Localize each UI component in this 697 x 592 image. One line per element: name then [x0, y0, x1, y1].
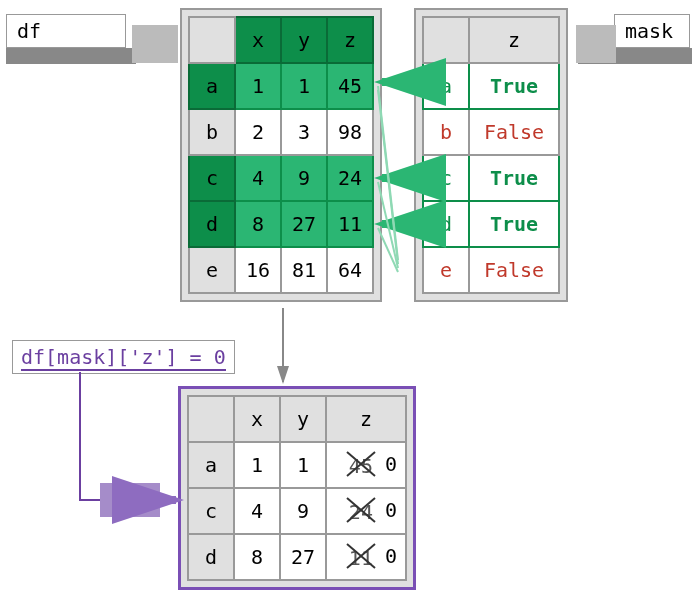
df-cell: 4: [235, 155, 281, 201]
flow-bar-mask-light: [576, 25, 616, 63]
result-col-y: y: [280, 396, 326, 442]
df-corner: [189, 17, 235, 63]
mask-idx: e: [423, 247, 469, 293]
df-cell: 1: [281, 63, 327, 109]
result-idx: a: [188, 442, 234, 488]
result-cell: 27: [280, 534, 326, 580]
mask-table-wrap: z a True b False c True d True e False: [414, 8, 568, 302]
arrow-code-to-result-line: [80, 372, 176, 500]
df-idx-e: e: [189, 247, 235, 293]
df-cell: 27: [281, 201, 327, 247]
df-cell: 24: [327, 155, 373, 201]
code-expression: df[mask]['z'] = 0: [12, 340, 235, 374]
df-cell: 8: [235, 201, 281, 247]
flow-bar-df-light: [132, 25, 178, 63]
df-idx-b: b: [189, 109, 235, 155]
df-cell: 2: [235, 109, 281, 155]
mask-val: True: [469, 63, 559, 109]
df-table: x y z a 1 1 45 b 2 3 98 c 4 9 24 d 8 27 …: [188, 16, 374, 294]
result-table-wrap: x y z a 1 1 450 c 4 9 240 d 8 27 110: [178, 386, 416, 590]
mask-col-z: z: [469, 17, 559, 63]
df-cell: 11: [327, 201, 373, 247]
df-cell: 45: [327, 63, 373, 109]
mask-idx: a: [423, 63, 469, 109]
df-cell: 3: [281, 109, 327, 155]
mask-val: True: [469, 155, 559, 201]
df-col-y: y: [281, 17, 327, 63]
mask-val: True: [469, 201, 559, 247]
result-col-z: z: [326, 396, 406, 442]
new-value: 0: [385, 544, 397, 568]
new-value: 0: [385, 498, 397, 522]
mask-table: z a True b False c True d True e False: [422, 16, 560, 294]
df-table-wrap: x y z a 1 1 45 b 2 3 98 c 4 9 24 d 8 27 …: [180, 8, 382, 302]
df-idx-d: d: [189, 201, 235, 247]
crossed-value: 11: [349, 546, 373, 570]
mask-idx: d: [423, 201, 469, 247]
result-idx: c: [188, 488, 234, 534]
flow-bar-df: [6, 48, 136, 64]
result-cell: 9: [280, 488, 326, 534]
mask-corner: [423, 17, 469, 63]
result-cell: 1: [280, 442, 326, 488]
code-text: df[mask]['z'] = 0: [21, 345, 226, 371]
mask-val: False: [469, 247, 559, 293]
result-col-x: x: [234, 396, 280, 442]
result-cell: 8: [234, 534, 280, 580]
df-cell: 9: [281, 155, 327, 201]
df-label: df: [6, 14, 126, 48]
new-value: 0: [385, 452, 397, 476]
df-cell: 64: [327, 247, 373, 293]
result-cell-z: 110: [326, 534, 406, 580]
df-cell: 81: [281, 247, 327, 293]
crossed-value: 24: [349, 500, 373, 524]
result-table: x y z a 1 1 450 c 4 9 240 d 8 27 110: [187, 395, 407, 581]
result-cell-z: 450: [326, 442, 406, 488]
result-cell: 1: [234, 442, 280, 488]
result-cell-z: 240: [326, 488, 406, 534]
mask-label: mask: [614, 14, 690, 48]
mask-idx: c: [423, 155, 469, 201]
df-label-text: df: [17, 19, 41, 43]
df-col-z: z: [327, 17, 373, 63]
result-cell: 4: [234, 488, 280, 534]
mask-idx: b: [423, 109, 469, 155]
crossed-value: 45: [349, 454, 373, 478]
df-col-x: x: [235, 17, 281, 63]
df-cell: 98: [327, 109, 373, 155]
df-idx-a: a: [189, 63, 235, 109]
result-idx: d: [188, 534, 234, 580]
purple-flow-block: [100, 483, 160, 517]
df-cell: 16: [235, 247, 281, 293]
result-corner: [188, 396, 234, 442]
df-idx-c: c: [189, 155, 235, 201]
mask-label-text: mask: [625, 19, 673, 43]
df-cell: 1: [235, 63, 281, 109]
mask-val: False: [469, 109, 559, 155]
